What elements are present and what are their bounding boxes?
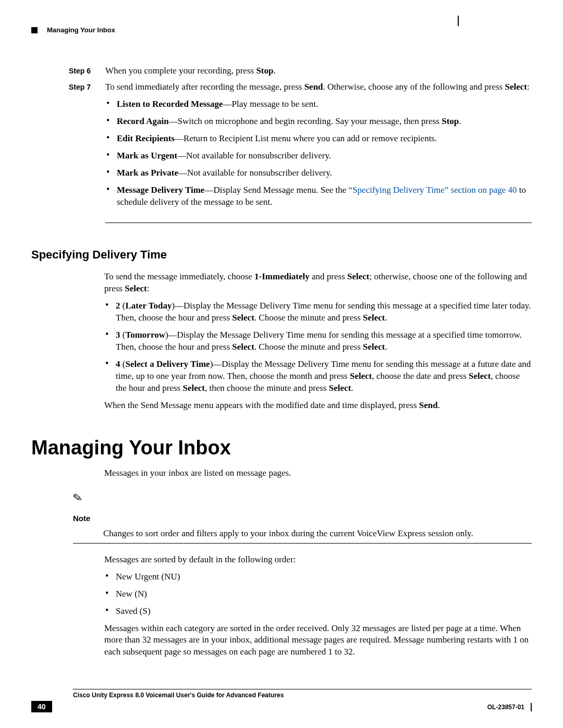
section-bullets: 2 (Later Today)—Display the Message Deli… — [104, 300, 532, 394]
list-item: Edit Recipients—Return to Recipient List… — [105, 133, 532, 145]
step-label: Step 6 — [69, 65, 105, 77]
chapter-heading: Managing Your Inbox — [31, 437, 532, 459]
crop-mark-top — [458, 16, 459, 26]
footer-right: OL-23857-01 — [487, 702, 532, 711]
note-block: ✎ Note Changes to sort order and filters… — [73, 492, 532, 544]
list-item: Record Again—Switch on microphone and be… — [105, 116, 532, 128]
step-intro: To send immediately after recording the … — [105, 81, 532, 93]
page: Managing Your Inbox Step 6 When you comp… — [0, 0, 563, 728]
doc-id: OL-23857-01 — [487, 704, 528, 711]
step-row: Step 7 To send immediately after recordi… — [69, 81, 532, 214]
crop-mark-bottom — [531, 703, 532, 711]
paragraph: Messages are sorted by default in the fo… — [104, 554, 532, 566]
step-bullets: Listen to Recorded Message—Play message … — [105, 98, 532, 208]
list-item: Mark as Urgent—Not available for nonsubs… — [105, 150, 532, 162]
list-item: 3 (Tomorrow)—Display the Message Deliver… — [104, 329, 532, 353]
section-intro: To send the message immediately, choose … — [104, 271, 532, 295]
list-item: 4 (Select a Delivery Time)—Display the M… — [104, 359, 532, 394]
section-body: To send the message immediately, choose … — [104, 271, 532, 411]
step-label: Step 7 — [69, 81, 105, 214]
note-head: ✎ Note — [73, 492, 103, 540]
step-body: To send immediately after recording the … — [105, 81, 532, 214]
section-heading: Specifying Delivery Time — [31, 248, 532, 262]
step-row: Step 6 When you complete your recording,… — [69, 65, 532, 77]
section-outro: When the Send Message menu appears with … — [104, 400, 532, 412]
steps-divider — [105, 223, 532, 223]
note-label: Note — [73, 514, 90, 540]
paragraph: Messages within each category are sorted… — [104, 623, 532, 659]
list-item: 2 (Later Today)—Display the Message Deli… — [104, 300, 532, 324]
page-number: 40 — [31, 701, 52, 712]
list-item: New (N) — [104, 588, 532, 600]
paragraph: Messages in your inbox are listed on mes… — [104, 467, 532, 479]
list-item: Listen to Recorded Message—Play message … — [105, 98, 532, 110]
section-body: Messages in your inbox are listed on mes… — [104, 467, 532, 479]
footer-row: 40 OL-23857-01 — [31, 701, 532, 712]
list-item: Mark as Private—Not available for nonsub… — [105, 167, 532, 179]
running-title: Managing Your Inbox — [47, 26, 115, 34]
list-item: New Urgent (NU) — [104, 571, 532, 583]
list-item: Saved (S) — [104, 606, 532, 618]
note-row: ✎ Note Changes to sort order and filters… — [73, 492, 532, 544]
page-footer: Cisco Unity Express 8.0 Voicemail User's… — [31, 689, 532, 712]
sort-order-list: New Urgent (NU) New (N) Saved (S) — [104, 571, 532, 618]
pencil-icon: ✎ — [72, 491, 87, 504]
header-square-icon — [31, 27, 38, 33]
running-header: Managing Your Inbox — [31, 26, 532, 34]
steps-block: Step 6 When you complete your recording,… — [69, 65, 532, 223]
step-body: When you complete your recording, press … — [105, 65, 532, 77]
footer-doc-title: Cisco Unity Express 8.0 Voicemail User's… — [73, 692, 532, 699]
list-item: Message Delivery Time—Display Send Messa… — [105, 184, 532, 208]
section-body: Messages are sorted by default in the fo… — [104, 554, 532, 659]
note-text: Changes to sort order and filters apply … — [103, 528, 532, 540]
